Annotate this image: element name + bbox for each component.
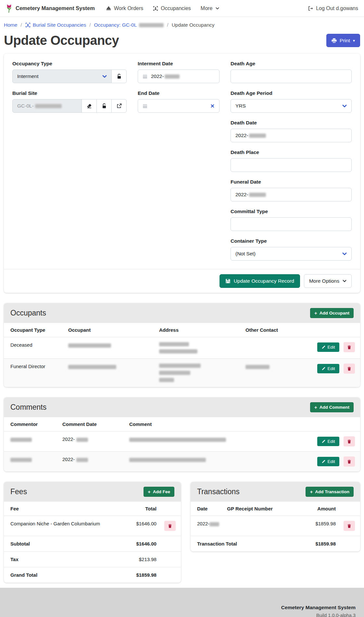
plus-icon: + [148, 489, 151, 494]
logout-button[interactable]: Log Out d.gowans [308, 6, 358, 11]
edit-occupant-button[interactable]: Edit [317, 342, 339, 352]
fee-tax-row: Tax $213.98 [4, 552, 181, 567]
burial-site-open-link-button[interactable] [111, 99, 127, 113]
print-button[interactable]: Print ▾ [326, 34, 360, 47]
burial-site-clear-button[interactable] [82, 99, 97, 113]
burial-site-label: Burial Site [12, 90, 127, 96]
commentor-cell [4, 431, 58, 452]
comment-cell [125, 431, 287, 452]
edit-occupant-button[interactable]: Edit [317, 364, 339, 373]
caret-down-icon: ▾ [353, 39, 355, 43]
chevron-down-icon [343, 280, 346, 282]
unlock-icon [117, 74, 122, 79]
unlock-icon [102, 103, 107, 109]
pencil-icon [321, 367, 325, 371]
col-actions [340, 502, 360, 516]
brand[interactable]: Cemetery Management System [6, 4, 95, 13]
end-date-input[interactable]: ✕ [138, 99, 220, 113]
occupancy-form-card: Occupancy Type Interment [4, 54, 360, 293]
delete-comment-button[interactable] [344, 436, 355, 446]
col-comment-date: Comment Date [58, 417, 125, 431]
redacted-text [35, 104, 62, 108]
add-transaction-label: Add Transaction [315, 489, 349, 494]
interment-date-input[interactable]: 2022- [138, 70, 220, 83]
redacted-text [10, 458, 32, 462]
container-type-select[interactable]: (Not Set) [231, 247, 352, 261]
add-fee-button[interactable]: + Add Fee [144, 487, 174, 497]
committal-type-input[interactable] [231, 217, 352, 231]
more-options-button[interactable]: More Options [304, 274, 352, 288]
update-occupancy-record-button[interactable]: Update Occupancy Record [220, 274, 300, 288]
breadcrumb-burial-site-occupancies[interactable]: Burial Site Occupancies [25, 22, 86, 28]
death-date-value: 2022- [235, 133, 248, 138]
redacted-text [68, 343, 111, 348]
delete-transaction-button[interactable] [344, 521, 355, 531]
external-link-icon [117, 103, 122, 109]
transactions-title: Transactions [197, 487, 240, 496]
redacted-text [76, 438, 88, 442]
redacted-text [159, 364, 201, 368]
redacted-text [159, 378, 174, 382]
add-transaction-button[interactable]: + Add Transaction [306, 487, 354, 497]
calendar-icon [143, 74, 147, 79]
breadcrumb-home[interactable]: Home [4, 22, 17, 28]
death-age-input[interactable] [231, 70, 352, 83]
breadcrumb-occupancy[interactable]: Occupancy: GC-0L [94, 22, 164, 28]
nav-occupancies[interactable]: Occupancies [153, 6, 191, 11]
edit-comment-button[interactable]: Edit [317, 457, 339, 466]
death-age-period-label: Death Age Period [231, 90, 352, 96]
transaction-total-value: $1859.98 [285, 536, 340, 552]
burial-site-unlock-button[interactable] [96, 99, 112, 113]
end-date-clear-icon[interactable]: ✕ [210, 103, 215, 109]
col-fee: Fee [4, 502, 126, 516]
fee-name-cell: Companion Niche - Garden Columbarium [4, 516, 126, 536]
death-place-input[interactable] [231, 158, 352, 172]
trash-icon [168, 524, 172, 528]
death-age-period-value: YRS [235, 103, 246, 109]
add-comment-button[interactable]: + Add Comment [310, 402, 354, 412]
col-gp-receipt: GP Receipt Number [223, 502, 285, 516]
subtotal-value: $1646.00 [126, 536, 160, 552]
pencil-icon [321, 440, 325, 443]
nav-work-orders[interactable]: Work Orders [106, 6, 143, 11]
occupant-address-cell [155, 337, 242, 359]
commentor-cell [4, 452, 58, 472]
transaction-date-value: 2022- [197, 521, 209, 526]
death-date-input[interactable]: 2022- [231, 129, 352, 142]
page-title: Update Occupancy [4, 33, 119, 48]
funeral-date-input[interactable]: 2022- [231, 188, 352, 201]
hard-hat-icon [106, 6, 111, 11]
occupancy-type-select[interactable]: Interment [12, 70, 112, 83]
edit-label: Edit [328, 439, 335, 444]
delete-occupant-button[interactable] [344, 342, 355, 352]
trash-icon [347, 459, 351, 464]
edit-comment-button[interactable]: Edit [317, 437, 339, 446]
transaction-receipt-cell [223, 516, 285, 536]
occupant-name-cell [64, 337, 155, 359]
breadcrumb: Home / Burial Site Occupancies / Occupan… [4, 17, 360, 31]
funeral-date-value: 2022- [235, 192, 248, 198]
printer-icon [332, 38, 337, 43]
delete-fee-button[interactable] [164, 521, 176, 531]
death-age-period-select[interactable]: YRS [231, 99, 352, 113]
nav-more[interactable]: More [201, 6, 219, 11]
comments-title: Comments [10, 403, 46, 412]
redacted-text [68, 365, 116, 369]
pencil-icon [321, 460, 325, 464]
logout-icon [308, 6, 313, 11]
redacted-text [76, 458, 88, 462]
chevron-down-icon [102, 75, 107, 78]
grand-total-value: $1859.98 [126, 567, 160, 583]
add-occupant-button[interactable]: + Add Occupant [310, 308, 354, 318]
redacted-text [129, 438, 226, 442]
col-comment: Comment [125, 417, 287, 431]
container-type-label: Container Type [231, 238, 352, 244]
delete-occupant-button[interactable] [344, 364, 355, 374]
col-actions [313, 323, 360, 337]
burial-site-input[interactable]: GC-0L- [12, 99, 82, 113]
delete-comment-button[interactable] [344, 456, 355, 467]
col-actions [287, 417, 360, 431]
nav-more-label: More [201, 6, 212, 11]
transactions-section: Transactions + Add Transaction Date GP R… [191, 482, 360, 551]
occupancy-type-unlock-button[interactable] [111, 70, 127, 83]
